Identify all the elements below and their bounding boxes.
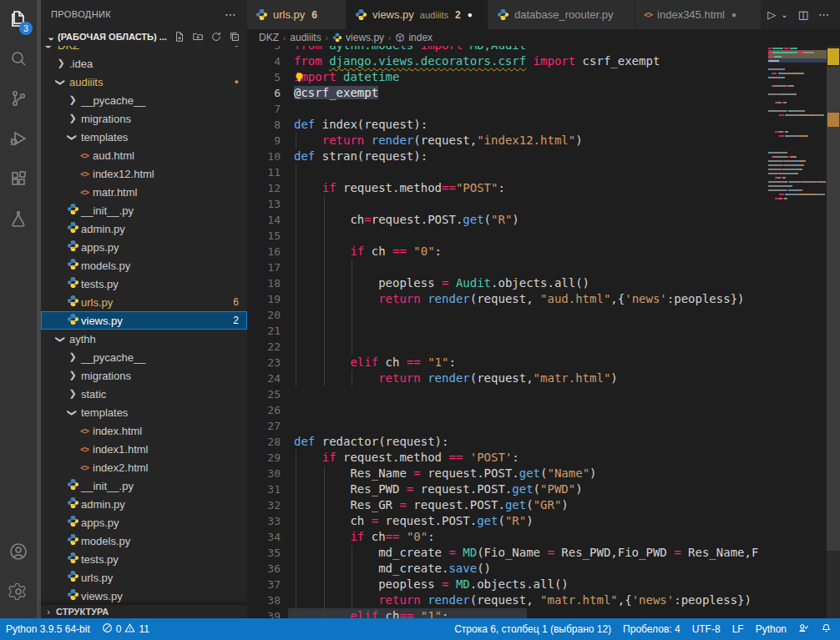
indentation-button[interactable]: Пробелов: 4 — [617, 623, 686, 635]
tree-item-views.py[interactable]: views.py2 — [41, 311, 247, 330]
code-line-33[interactable]: 33 ch = request.POST.get("R") — [247, 513, 840, 529]
code-line-36[interactable]: 36 md_create.save() — [247, 561, 840, 577]
code-line-35[interactable]: 35 md_create = MD(Fio_Name = Res_PWD,Fio… — [247, 545, 840, 561]
tree-item-__pycache__[interactable]: ❯__pycache__ — [41, 91, 247, 109]
tree-item-apps.py[interactable]: apps.py — [41, 238, 247, 256]
code-line-5[interactable]: 5import datetime — [247, 69, 840, 85]
breadcrumb-item-views.py[interactable]: views.py — [332, 32, 384, 43]
tree-item-index.html[interactable]: <>index.html — [41, 421, 247, 440]
code-editor[interactable]: 3from aythh.models import MD,Audit4from … — [247, 46, 840, 618]
tree-item-templates[interactable]: ❯templates — [41, 128, 247, 146]
code-line-39[interactable]: 39 elif ch== "1": — [247, 608, 840, 618]
collapse-all-icon[interactable] — [225, 29, 244, 44]
search-view-button[interactable] — [0, 40, 37, 80]
line-number[interactable]: 11 — [247, 164, 281, 180]
new-file-icon[interactable] — [170, 29, 189, 44]
tree-item-admin.py[interactable]: admin.py — [41, 219, 247, 238]
code-line-24[interactable]: 24 return render(request,"matr.html") — [247, 370, 840, 386]
tree-item-apps.py[interactable]: apps.py — [41, 513, 247, 532]
explorer-more-icon[interactable]: ⋯ — [225, 8, 237, 21]
tree-item-index1.html[interactable]: <>index1.html — [41, 440, 247, 458]
scrollbar-thumb[interactable] — [827, 67, 840, 551]
tree-item-matr.html[interactable]: <>matr.html — [41, 183, 247, 201]
code-line-16[interactable]: 16 if ch == "0": — [247, 244, 840, 260]
tree-item-models.py[interactable]: models.py — [41, 532, 247, 550]
line-number[interactable]: 18 — [247, 275, 281, 291]
line-number[interactable]: 26 — [247, 402, 281, 418]
testing-view-button[interactable] — [0, 200, 37, 240]
overview-ruler-scrollbar[interactable] — [827, 46, 840, 618]
run-debug-view-button[interactable] — [0, 120, 37, 160]
line-number[interactable]: 9 — [247, 133, 281, 149]
code-line-22[interactable]: 22 — [247, 339, 840, 355]
code-line-37[interactable]: 37 peopless = MD.objects.all() — [247, 577, 840, 592]
code-line-6[interactable]: 6@csrf_exempt — [247, 85, 840, 101]
dirty-dot-icon[interactable]: ● — [468, 10, 473, 19]
tree-item-static[interactable]: ❯static — [41, 385, 247, 403]
line-number[interactable]: 22 — [247, 339, 281, 355]
line-number[interactable]: 31 — [247, 481, 281, 497]
outline-section-header[interactable]: › СТРУКТУРА — [41, 604, 247, 618]
tree-item-migrations[interactable]: ❯migrations — [41, 366, 247, 385]
code-line-34[interactable]: 34 if ch== "0": — [247, 529, 840, 545]
code-line-15[interactable]: 15 — [247, 228, 840, 244]
code-line-7[interactable]: 7 — [247, 101, 840, 117]
code-line-23[interactable]: 23 elif ch == "1": — [247, 355, 840, 370]
line-number[interactable]: 28 — [247, 434, 281, 450]
code-line-10[interactable]: 10def stran(request): — [247, 149, 840, 164]
tree-item-__pycache__[interactable]: ❯__pycache__ — [41, 348, 247, 366]
line-number[interactable]: 36 — [247, 561, 281, 577]
line-number[interactable]: 19 — [247, 291, 281, 307]
tree-item-.idea[interactable]: ❯.idea — [41, 54, 247, 73]
breadcrumb-item-audiiits[interactable]: audiiits — [290, 32, 321, 43]
line-number[interactable]: 14 — [247, 212, 281, 228]
run-dropdown-icon[interactable]: ⌄ — [777, 10, 792, 19]
code-line-31[interactable]: 31 Res_PWD = request.POST.get("PWD") — [247, 481, 840, 497]
tree-item-__init__.py[interactable]: __init__.py — [41, 476, 247, 495]
code-line-14[interactable]: 14 ch=request.POST.get("R") — [247, 212, 840, 228]
code-line-4[interactable]: 4from django.views.decorators.csrf impor… — [247, 53, 840, 69]
tree-item-tests.py[interactable]: tests.py — [41, 550, 247, 568]
code-line-19[interactable]: 19 return render(request, "aud.html",{'n… — [247, 291, 840, 307]
tab-database_roouter.py[interactable]: database_roouter.py — [488, 0, 635, 29]
notifications-button[interactable] — [815, 622, 840, 636]
split-editor-icon[interactable]: ◫ — [794, 8, 812, 21]
source-control-view-button[interactable] — [0, 80, 37, 120]
extensions-view-button[interactable] — [0, 160, 37, 200]
line-number[interactable]: 32 — [247, 497, 281, 513]
code-line-27[interactable]: 27 — [247, 418, 840, 434]
line-number[interactable]: 23 — [247, 355, 281, 370]
code-line-13[interactable]: 13 — [247, 196, 840, 212]
cursor-position-button[interactable]: Строка 6, столбец 1 (выбрано 12) — [448, 623, 617, 635]
encoding-button[interactable]: UTF-8 — [686, 623, 726, 635]
line-number[interactable]: 15 — [247, 228, 281, 244]
tree-item-tests.py[interactable]: tests.py — [41, 275, 247, 293]
python-interpreter-button[interactable]: Python 3.9.5 64-bit — [0, 623, 96, 635]
line-number[interactable]: 29 — [247, 450, 281, 466]
new-folder-icon[interactable] — [189, 29, 207, 44]
line-number[interactable]: 12 — [247, 180, 281, 196]
code-line-18[interactable]: 18 peopless = Audit.objects.all() — [247, 275, 840, 291]
code-line-38[interactable]: 38 return render(request, "matr.html",{'… — [247, 592, 840, 608]
line-number[interactable]: 35 — [247, 545, 281, 561]
line-number[interactable]: 3 — [247, 46, 281, 53]
breadcrumb-item-index[interactable]: index — [395, 32, 433, 43]
line-number[interactable]: 6 — [247, 85, 281, 101]
tree-item-index2.html[interactable]: <>index2.html — [41, 458, 247, 476]
tree-item-admin.py[interactable]: admin.py — [41, 495, 247, 513]
code-line-17[interactable]: 17 — [247, 260, 840, 275]
line-number[interactable]: 27 — [247, 418, 281, 434]
code-line-12[interactable]: 12 if request.method=="POST": — [247, 180, 840, 196]
explorer-view-button[interactable]: 3 — [0, 0, 37, 40]
eol-button[interactable]: LF — [726, 623, 750, 635]
feedback-button[interactable] — [792, 622, 815, 636]
line-number[interactable]: 8 — [247, 117, 281, 133]
code-line-25[interactable]: 25 — [247, 386, 840, 402]
tab-urls.py[interactable]: urls.py6 — [247, 0, 347, 29]
tree-item-index12.html[interactable]: <>index12.html — [41, 164, 247, 183]
line-number[interactable]: 24 — [247, 370, 281, 386]
language-mode-button[interactable]: Python — [750, 623, 792, 635]
code-line-20[interactable]: 20 — [247, 307, 840, 323]
line-number[interactable]: 20 — [247, 307, 281, 323]
line-number[interactable]: 17 — [247, 260, 281, 275]
